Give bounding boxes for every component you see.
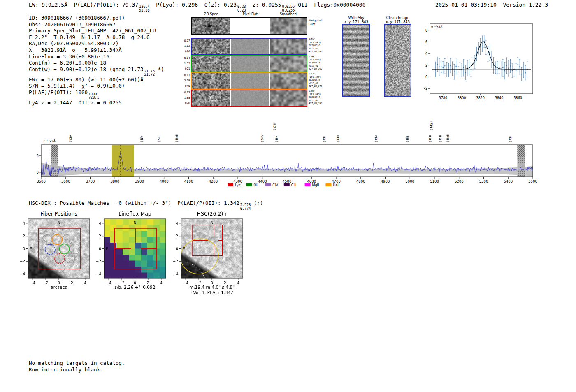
spec2d-row-right-labels: 1.40"(171, 843)20200616v013_07427_LU_093 — [309, 90, 328, 105]
data-point — [485, 47, 487, 48]
legend-swatch — [325, 183, 331, 186]
spec2d-image — [192, 18, 230, 34]
text-segment: P(Lyα): 0.296 Q(z): 0.23 — [150, 2, 237, 8]
spec2d-row — [191, 17, 307, 35]
legend-swatch — [228, 183, 233, 186]
spec2d-row-left-labels: 0.141.53021 — [180, 56, 190, 71]
data-point — [504, 70, 506, 72]
fraction-bottom: 21.72 — [144, 73, 155, 77]
data-point — [482, 43, 483, 44]
x-tick-label: 3500 — [37, 179, 46, 183]
x-tick-label: 4200 — [209, 179, 218, 183]
hsc-cutout-title: HSC(26.2) r — [177, 211, 247, 217]
x-tick-label: 3860 — [513, 96, 522, 100]
spec2d-image — [192, 56, 230, 72]
y-tick-label: −2 — [173, 259, 178, 263]
x-tick-label: 4100 — [184, 179, 193, 183]
spec2d-row-right-labels: 1.14"(171, 934)20200616v013_01427_LU_092 — [309, 55, 328, 71]
text-segment: z: 0.0255 — [246, 2, 281, 8]
footer-line: Row intentionally blank. — [29, 366, 125, 373]
header-summary: EW: 9.9±2.5Å P(LAE)/P(OII): 79.37136.453… — [29, 2, 366, 12]
x-tick-label: 5400 — [504, 179, 513, 183]
weighted-sum-line: Weighted — [309, 19, 328, 23]
text-segment: LineFlux = 3.30(±0.80)e-16 — [29, 53, 109, 60]
text-segment: RA,Dec (207.050079,54.800312) — [29, 40, 118, 46]
text-segment: λ = 3822.91Å σ = 5.99(±1.34)Å — [29, 47, 122, 53]
fraction-bottom: 728.1 — [88, 96, 99, 100]
spec2d-image — [192, 90, 230, 106]
legend-label: OII — [254, 183, 258, 187]
spec2d-image — [231, 73, 269, 89]
y-tick-label: 0 — [37, 170, 39, 174]
legend-label: CIV — [272, 183, 278, 187]
data-point — [502, 67, 504, 68]
data-point — [455, 66, 457, 67]
data-point — [446, 69, 448, 70]
emission-line-label: ( Hγ — [275, 136, 279, 142]
y-tick-label: 4 — [176, 221, 178, 225]
fraction-stack: 2.5280.774 — [240, 203, 251, 210]
text-segment: Obs: 20200616v013_3090186667 — [29, 21, 116, 28]
x-tick-label: 4300 — [233, 179, 242, 183]
emission-line-label: ( OIII — [428, 135, 432, 142]
x-tick-label: 3780 — [439, 96, 447, 100]
data-point — [523, 70, 524, 71]
spec2d-row — [191, 90, 307, 107]
hatch-band — [517, 145, 525, 177]
text-segment: Cont(n) = 6.20(±0.00)e-18 — [29, 60, 106, 66]
right-label-value: 427_LU_093 — [309, 50, 328, 53]
legend-label: Lyα — [235, 183, 241, 187]
text-segment: Primary Spec_Slot_IFU_AMP: 427_061_007_L… — [29, 28, 156, 34]
fraction-bottom: 0.774 — [240, 207, 251, 211]
right-label-value: 427_LU_093 — [309, 102, 328, 105]
y-tick-label: 5 — [37, 154, 39, 158]
data-point — [458, 66, 459, 67]
elixer-report-page: EW: 9.9±2.5Å P(LAE)/P(OII): 79.37136.453… — [0, 0, 576, 392]
timestamp: 2025-01-01 03:19:10 Version 1.22.3 — [435, 2, 548, 8]
legend-label: CIII — [291, 183, 297, 187]
spec2d-image — [270, 39, 307, 54]
data-point — [454, 72, 455, 73]
data-point — [521, 74, 522, 75]
spec2d-row-left-labels: 0.271.12020 — [180, 38, 190, 54]
spec2d-row-left-labels: 0.132.25040 — [180, 73, 190, 88]
x-tick-label: 4000 — [160, 179, 169, 183]
info-line: ID: 3090186667 (3090186667.pdf) — [29, 15, 164, 21]
y-tick-label: −4 — [20, 272, 26, 276]
spec2d-image — [270, 56, 307, 72]
footer-line: No matching targets in catalog. — [29, 360, 125, 366]
y-tick-label: 4 — [425, 52, 427, 56]
right-label-value: 1.14" — [309, 55, 328, 58]
x-tick-label: 3700 — [86, 179, 95, 183]
spec2d-image — [231, 39, 269, 54]
text-segment: *) — [155, 66, 164, 72]
emission-line-label: ( NV — [140, 135, 144, 142]
y-tick-label: 0 — [23, 247, 25, 251]
y-tick-label: 0 — [176, 247, 178, 251]
x-tick-label: 5100 — [430, 179, 439, 183]
left-label-value: 0.12 — [180, 90, 190, 95]
emission-line-label: ( CII — [509, 136, 512, 142]
left-label-value: 1.12 — [180, 44, 190, 49]
x-tick-label: 5300 — [479, 179, 488, 183]
spec2d-image — [270, 90, 307, 106]
spec2d-row-left-labels: 0.121.85020 — [180, 90, 190, 106]
text-segment: F=2.2" T=0.149 N=1. — [29, 34, 94, 40]
right-label-value: (171, 843) — [309, 41, 328, 44]
data-point — [474, 61, 476, 63]
fraction-bottom: 0.0255 — [282, 9, 295, 12]
emission-line-label: ( HeII — [175, 134, 179, 142]
x-tick-label: 3800 — [458, 96, 466, 100]
spec2d-image — [192, 73, 230, 89]
info-line: Obs: 20200616v013_3090186667 — [29, 21, 164, 28]
fraction-stack: 21.7521.72 — [144, 70, 155, 77]
left-label-value: 1.85 — [180, 95, 190, 101]
fraction-stack: 0.02550.0255 — [282, 5, 295, 12]
emission-line-label: ( CIV — [374, 135, 378, 142]
right-label-value: 427_LU_092 — [309, 67, 328, 71]
right-label-value: (169, 657) — [309, 76, 328, 79]
legend-swatch — [265, 183, 271, 186]
spec2d-col-header: Smoothed — [270, 12, 307, 16]
text-segment: 78 — [118, 34, 125, 40]
text-segment: OII Flags:0x00004000 — [295, 2, 365, 8]
